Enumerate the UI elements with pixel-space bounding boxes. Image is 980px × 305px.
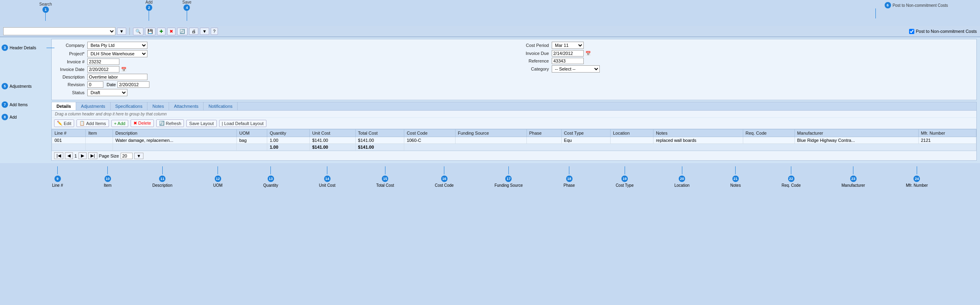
description-input[interactable] [87,74,147,80]
ann-uom-bubble[interactable]: 12 [215,176,221,182]
post-checkbox[interactable] [909,29,914,34]
col-funding-source[interactable]: Funding Source [455,129,526,137]
menu-btn[interactable]: ▼ [200,28,209,35]
col-uom[interactable]: UOM [237,129,267,137]
ann-mfr-number: 24 Mfr. Number [906,166,928,188]
invoice-input[interactable]: 23232 [87,59,119,65]
ann-phase-bubble[interactable]: 18 [566,176,573,182]
col-phase[interactable]: Phase [526,129,561,137]
ann-notes: 21 Notes [730,166,741,188]
ann-mfr-bubble[interactable]: 23 [850,176,857,182]
col-notes[interactable]: Notes [653,129,743,137]
add-btn[interactable]: ✚ [157,28,165,35]
category-select[interactable]: -- Select -- [552,65,600,73]
grid-refresh-btn[interactable]: 🔄 Refresh [156,119,184,127]
ann-desc-bubble[interactable]: 11 [159,176,165,182]
edit-btn[interactable]: ✏️ Edit [54,119,74,127]
ann-ucost-bubble[interactable]: 14 [324,176,331,182]
adjustments-bubble[interactable]: 5 [2,83,8,89]
ann-line-num-label: Line # [52,183,63,188]
total-unit-cost: $141.00 [310,144,355,151]
load-default-btn[interactable]: | Load Default Layout [219,120,266,127]
nav-last-btn[interactable]: ▶| [88,152,97,159]
ann-item-bubble[interactable]: 10 [105,176,111,182]
col-line-num[interactable]: Line # [52,129,86,137]
nav-prev-btn[interactable]: ◀ [65,152,73,159]
ann-rcode-bubble[interactable]: 22 [788,176,794,182]
ann-funding-source: 17 Funding Source [494,166,523,188]
invoice-due-input[interactable] [552,50,584,57]
col-location[interactable]: Location [610,129,653,137]
tab-notes[interactable]: Notes [147,102,169,110]
header-details-bubble[interactable]: 3 [2,44,8,51]
col-unit-cost[interactable]: Unit Cost [310,129,355,137]
data-grid-wrapper: Line # Item Description UOM Quantity Uni… [52,129,976,151]
grid-refresh-label: Refresh [166,121,181,126]
tab-adjustments[interactable]: Adjustments [76,102,111,110]
col-req-code[interactable]: Req. Code [743,129,794,137]
reference-input[interactable] [552,58,584,64]
tab-details[interactable]: Details [52,102,76,110]
revision-input[interactable] [87,81,103,88]
invoice-date-input[interactable] [87,66,119,73]
ann-tcost-bubble[interactable]: 15 [382,176,388,182]
add-bubble[interactable]: 2 [146,4,152,11]
nav-next-btn[interactable]: ▶ [79,152,87,159]
grid-header: Line # Item Description UOM Quantity Uni… [52,129,976,137]
save-layout-btn[interactable]: Save Layout [186,120,216,127]
col-description[interactable]: Description [113,129,236,137]
ann-manufacturer: 23 Manufacturer [841,166,865,188]
grid-add-btn[interactable]: + Add [111,120,128,127]
ann-ccode-bubble[interactable]: 16 [441,176,448,182]
save-bubble[interactable]: 4 [183,4,190,11]
ann-mfr-num-bubble[interactable]: 24 [913,176,920,182]
dropdown-arrow-btn[interactable]: ▼ [117,28,126,35]
status-select[interactable]: Draft [87,89,127,96]
edit-label: Edit [64,121,71,126]
col-quantity[interactable]: Quantity [267,129,310,137]
col-item[interactable]: Item [86,129,113,137]
ann-ccode-label: Cost Code [435,183,454,188]
tab-attachments[interactable]: Attachments [169,102,204,110]
search-btn[interactable]: 🔍 [133,28,143,35]
category-label: Category [520,67,550,71]
ann-qty-bubble[interactable]: 13 [268,176,274,182]
page-size-input[interactable] [121,153,133,159]
page-size-arrow[interactable]: ▼ [134,153,143,159]
col-cost-type[interactable]: Cost Type [561,129,610,137]
ann-ctype-bubble[interactable]: 19 [621,176,628,182]
ann-funding-bubble[interactable]: 17 [505,176,512,182]
ann-notes-bubble[interactable]: 21 [732,176,739,182]
nav-first-btn[interactable]: |◀ [54,152,63,159]
save-btn[interactable]: 💾 [145,28,155,35]
ann-item: 10 Item [104,166,111,188]
project-select[interactable]: DLH Shoe Warehouse [87,50,147,57]
ann-loc-bubble[interactable]: 20 [679,176,685,182]
due-calendar-icon[interactable]: 📅 [585,51,591,56]
col-manufacturer[interactable]: Manufacturer [794,129,918,137]
help-btn[interactable]: ? [211,28,218,35]
record-selector[interactable]: 23232 - DLH Shoe Warehouse - Beta Pty Lt… [3,27,115,35]
add8-bubble[interactable]: 8 [2,114,8,120]
cost-period-select[interactable]: Mar 11 [552,42,584,49]
add-items-bubble[interactable]: 7 [2,101,8,108]
revision-date-input[interactable] [117,81,149,88]
tab-notifications[interactable]: Notifications [204,102,238,110]
col-mfr-number[interactable]: Mfr. Number [918,129,976,137]
grid-add-label: + Add [114,121,125,126]
add-items-btn[interactable]: 📋 Add Items [77,119,109,127]
total-empty-1 [52,144,86,151]
col-cost-code[interactable]: Cost Code [404,129,456,137]
company-select[interactable]: Beta Pty Ltd [87,42,147,49]
ann-line-num-bubble[interactable]: 9 [54,176,61,182]
post-bubble[interactable]: 6 [885,2,891,8]
col-total-cost[interactable]: Total Cost [355,129,404,137]
refresh-btn[interactable]: 🔄 [177,28,188,35]
print-btn[interactable]: 🖨 [189,28,198,35]
grid-delete-btn[interactable]: ✖ Delete [131,119,154,127]
search-bubble[interactable]: 1 [42,6,49,13]
form-right: Cost Period Mar 11 Invoice Due 📅 Referen… [520,42,972,97]
calendar-icon[interactable]: 📅 [121,67,127,72]
tab-specifications[interactable]: Specifications [111,102,148,110]
delete-btn[interactable]: ✖ [167,28,175,35]
